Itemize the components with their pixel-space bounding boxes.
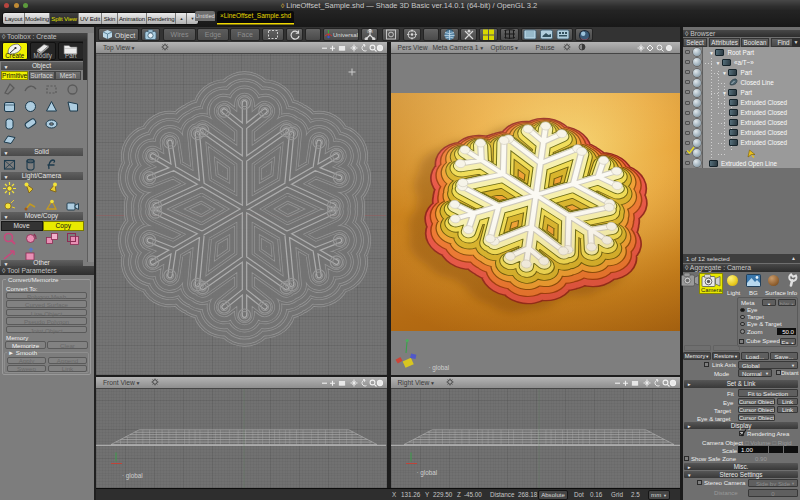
svg-text:UB: UB [367, 29, 373, 34]
